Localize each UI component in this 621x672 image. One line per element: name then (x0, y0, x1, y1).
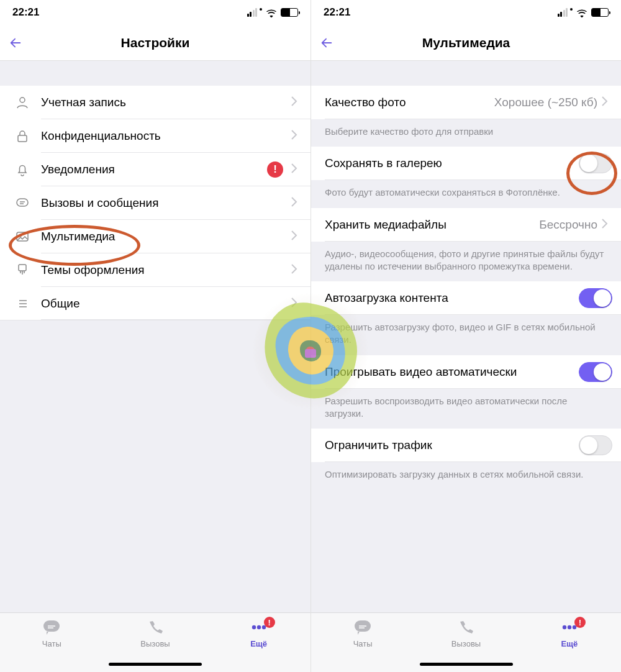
chat-icon (14, 194, 31, 212)
tab-chats[interactable]: Чаты (312, 618, 414, 672)
screen-multimedia: 22:21 Мультимедиа Качество фото Хорошее … (310, 0, 621, 672)
brush-icon (14, 261, 31, 279)
note-photo-quality: Выберите качество фото для отправки (311, 119, 621, 147)
wifi-icon (266, 8, 277, 17)
battery-icon (591, 8, 609, 17)
toggle-save-gallery[interactable] (579, 153, 612, 173)
status-indicators (558, 8, 609, 17)
note-autoload: Разрешить автозагрузку фото, видео и GIF… (311, 315, 621, 355)
status-time: 22:21 (12, 6, 39, 19)
row-account[interactable]: Учетная запись (0, 86, 310, 119)
row-themes[interactable]: Темы оформления (0, 253, 310, 287)
chevron-right-icon (291, 163, 302, 176)
svg-rect-2 (17, 199, 28, 206)
back-button[interactable] (9, 36, 22, 50)
page-title: Настройки (121, 35, 190, 50)
home-indicator[interactable] (420, 663, 513, 666)
row-label: Качество фото (325, 96, 494, 109)
note-autoplay: Разрешить воспроизводить видео автоматич… (311, 389, 621, 429)
row-label: Темы оформления (41, 263, 291, 277)
tab-label: Вызовы (140, 639, 170, 648)
bell-icon (14, 161, 31, 178)
toggle-limit-traffic[interactable] (579, 435, 612, 455)
tab-badge: ! (574, 617, 586, 628)
toggle-autoload[interactable] (579, 288, 612, 308)
cellular-icon (558, 8, 568, 17)
svg-rect-1 (18, 135, 27, 142)
row-label: Проигрывать видео автоматически (325, 365, 579, 379)
row-photo-quality[interactable]: Качество фото Хорошее (~250 кб) (311, 86, 621, 119)
svg-point-12 (568, 625, 571, 629)
tab-bar: Чаты Вызовы ! Ещё (0, 612, 310, 672)
phone-icon (145, 618, 166, 637)
wifi-icon (576, 8, 587, 17)
row-label: Мультимедиа (41, 230, 291, 243)
row-label: Уведомления (41, 163, 267, 176)
toggle-autoplay[interactable] (579, 362, 612, 382)
image-icon (14, 228, 31, 245)
chevron-right-icon (601, 96, 612, 109)
screen-settings: 22:21 Настройки Учетная запись (0, 0, 310, 672)
tab-more[interactable]: ! Ещё (518, 618, 620, 672)
svg-point-11 (563, 625, 566, 629)
alert-badge: ! (267, 161, 283, 178)
tab-label: Чаты (42, 639, 61, 648)
row-multimedia[interactable]: Мультимедиа (0, 220, 310, 253)
row-label: Автозагрузка контента (325, 291, 579, 305)
battery-icon (281, 8, 298, 17)
tab-badge: ! (264, 617, 275, 628)
lock-icon (14, 127, 31, 145)
row-label: Сохранять в галерею (325, 157, 579, 170)
chat-bubble-icon (352, 618, 373, 637)
tab-label: Вызовы (451, 639, 481, 648)
status-bar: 22:21 (0, 0, 310, 25)
tab-bar: Чаты Вызовы ! Ещё (311, 612, 621, 672)
row-label: Хранить медиафайлы (325, 218, 539, 232)
row-value: Хорошее (~250 кб) (494, 96, 597, 109)
row-limit-traffic[interactable]: Ограничить трафик (311, 429, 621, 462)
row-label: Общие (41, 297, 291, 311)
settings-list: Учетная запись Конфиденциальность Уведом… (0, 86, 310, 320)
chevron-right-icon (601, 218, 612, 232)
row-value: Бессрочно (539, 218, 597, 232)
back-button[interactable] (320, 36, 333, 50)
tab-label: Чаты (353, 639, 373, 648)
chevron-right-icon (291, 230, 302, 243)
home-indicator[interactable] (109, 663, 202, 666)
row-label: Ограничить трафик (325, 438, 579, 452)
note-limit-traffic: Оптимизировать загрузку данных в сетях м… (311, 462, 621, 489)
chevron-right-icon (291, 129, 302, 143)
row-label: Учетная запись (41, 96, 291, 109)
chevron-right-icon (291, 297, 302, 311)
page-title: Мультимедиа (422, 35, 510, 50)
chevron-right-icon (291, 196, 302, 210)
row-label: Вызовы и сообщения (41, 196, 291, 210)
tab-chats[interactable]: Чаты (1, 618, 103, 672)
svg-rect-5 (19, 265, 26, 271)
note-keep-media: Аудио-, видеосообщения, фото и другие пр… (311, 242, 621, 282)
status-time: 22:21 (324, 6, 350, 19)
row-autoload[interactable]: Автозагрузка контента (311, 281, 621, 315)
row-autoplay[interactable]: Проигрывать видео автоматически (311, 355, 621, 389)
svg-point-7 (252, 625, 255, 629)
row-privacy[interactable]: Конфиденциальность (0, 119, 310, 153)
list-icon (14, 295, 31, 312)
status-indicators (247, 8, 299, 17)
nav-header: Настройки (0, 25, 310, 61)
status-bar: 22:21 (311, 0, 621, 25)
svg-point-8 (256, 625, 260, 629)
row-general[interactable]: Общие (0, 287, 310, 320)
row-notifications[interactable]: Уведомления ! (0, 153, 310, 186)
row-keep-media[interactable]: Хранить медиафайлы Бессрочно (311, 208, 621, 242)
tab-label: Ещё (250, 639, 267, 648)
chat-bubble-icon (41, 618, 62, 637)
cellular-icon (247, 8, 258, 17)
row-calls-messages[interactable]: Вызовы и сообщения (0, 186, 310, 220)
tab-more[interactable]: ! Ещё (207, 618, 310, 672)
row-label: Конфиденциальность (41, 129, 291, 143)
chevron-right-icon (291, 263, 302, 277)
svg-point-4 (19, 234, 21, 236)
tab-label: Ещё (561, 639, 578, 648)
phone-icon (455, 618, 476, 637)
row-save-gallery[interactable]: Сохранять в галерею (311, 147, 621, 180)
